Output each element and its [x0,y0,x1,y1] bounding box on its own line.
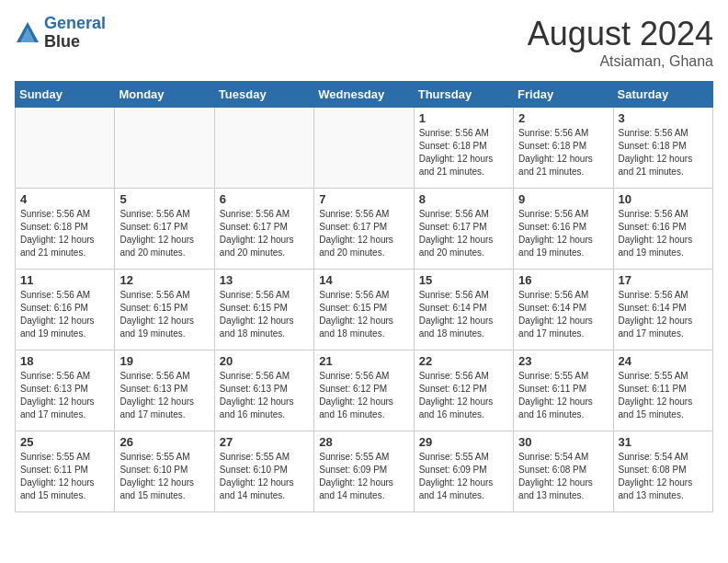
day-number: 8 [419,192,508,206]
day-info: Sunrise: 5:56 AM Sunset: 6:14 PM Dayligh… [419,289,508,340]
day-cell: 21Sunrise: 5:56 AM Sunset: 6:12 PM Dayli… [314,350,414,431]
day-cell: 9Sunrise: 5:56 AM Sunset: 6:16 PM Daylig… [514,189,613,270]
calendar-table: SundayMondayTuesdayWednesdayThursdayFrid… [15,81,713,512]
day-cell: 15Sunrise: 5:56 AM Sunset: 6:14 PM Dayli… [414,270,513,350]
day-info: Sunrise: 5:56 AM Sunset: 6:14 PM Dayligh… [619,289,708,340]
day-number: 22 [419,354,508,368]
day-cell: 2Sunrise: 5:56 AM Sunset: 6:18 PM Daylig… [514,108,613,189]
header-row: SundayMondayTuesdayWednesdayThursdayFrid… [16,82,713,108]
day-info: Sunrise: 5:56 AM Sunset: 6:17 PM Dayligh… [419,208,508,259]
day-cell: 28Sunrise: 5:55 AM Sunset: 6:09 PM Dayli… [314,431,414,512]
day-info: Sunrise: 5:56 AM Sunset: 6:14 PM Dayligh… [518,289,608,340]
day-number: 20 [220,354,309,368]
day-info: Sunrise: 5:56 AM Sunset: 6:13 PM Dayligh… [20,370,109,421]
day-cell: 24Sunrise: 5:55 AM Sunset: 6:11 PM Dayli… [613,350,712,431]
week-row-2: 4Sunrise: 5:56 AM Sunset: 6:18 PM Daylig… [16,189,713,270]
day-info: Sunrise: 5:56 AM Sunset: 6:13 PM Dayligh… [119,370,209,421]
day-cell: 19Sunrise: 5:56 AM Sunset: 6:13 PM Dayli… [115,350,214,431]
day-number: 4 [20,192,109,206]
day-number: 21 [319,354,408,368]
logo: General Blue [15,15,106,52]
day-cell: 27Sunrise: 5:55 AM Sunset: 6:10 PM Dayli… [214,431,313,512]
day-info: Sunrise: 5:54 AM Sunset: 6:08 PM Dayligh… [518,451,608,502]
day-info: Sunrise: 5:55 AM Sunset: 6:10 PM Dayligh… [119,451,209,502]
day-info: Sunrise: 5:56 AM Sunset: 6:16 PM Dayligh… [619,208,708,259]
day-number: 5 [119,192,209,206]
day-cell: 6Sunrise: 5:56 AM Sunset: 6:17 PM Daylig… [214,189,313,270]
day-info: Sunrise: 5:56 AM Sunset: 6:12 PM Dayligh… [319,370,408,421]
day-info: Sunrise: 5:56 AM Sunset: 6:18 PM Dayligh… [518,127,608,178]
day-number: 6 [220,192,309,206]
day-number: 24 [619,354,708,368]
day-number: 11 [20,273,109,287]
col-header-wednesday: Wednesday [314,82,414,108]
day-number: 12 [119,273,209,287]
day-number: 15 [419,273,508,287]
day-info: Sunrise: 5:56 AM Sunset: 6:17 PM Dayligh… [319,208,408,259]
day-number: 26 [119,435,209,449]
day-info: Sunrise: 5:56 AM Sunset: 6:13 PM Dayligh… [220,370,309,421]
day-cell: 22Sunrise: 5:56 AM Sunset: 6:12 PM Dayli… [414,350,513,431]
month-year: August 2024 [528,15,713,53]
day-number: 28 [319,435,408,449]
day-cell: 4Sunrise: 5:56 AM Sunset: 6:18 PM Daylig… [16,189,115,270]
day-number: 7 [319,192,408,206]
day-cell: 18Sunrise: 5:56 AM Sunset: 6:13 PM Dayli… [16,350,115,431]
day-info: Sunrise: 5:55 AM Sunset: 6:11 PM Dayligh… [518,370,608,421]
day-info: Sunrise: 5:55 AM Sunset: 6:09 PM Dayligh… [319,451,408,502]
day-cell: 26Sunrise: 5:55 AM Sunset: 6:10 PM Dayli… [115,431,214,512]
col-header-friday: Friday [514,82,613,108]
day-cell: 25Sunrise: 5:55 AM Sunset: 6:11 PM Dayli… [16,431,115,512]
logo-text: General Blue [44,15,106,52]
day-number: 18 [20,354,109,368]
day-cell: 5Sunrise: 5:56 AM Sunset: 6:17 PM Daylig… [115,189,214,270]
col-header-thursday: Thursday [414,82,513,108]
day-cell [115,108,214,189]
col-header-monday: Monday [115,82,214,108]
day-cell: 1Sunrise: 5:56 AM Sunset: 6:18 PM Daylig… [414,108,513,189]
day-number: 16 [518,273,608,287]
day-cell: 20Sunrise: 5:56 AM Sunset: 6:13 PM Dayli… [214,350,313,431]
day-cell: 30Sunrise: 5:54 AM Sunset: 6:08 PM Dayli… [514,431,613,512]
day-number: 9 [518,192,608,206]
week-row-1: 1Sunrise: 5:56 AM Sunset: 6:18 PM Daylig… [16,108,713,189]
col-header-tuesday: Tuesday [214,82,313,108]
day-number: 25 [20,435,109,449]
day-number: 19 [119,354,209,368]
day-info: Sunrise: 5:56 AM Sunset: 6:15 PM Dayligh… [319,289,408,340]
day-cell: 13Sunrise: 5:56 AM Sunset: 6:15 PM Dayli… [214,270,313,350]
day-cell: 14Sunrise: 5:56 AM Sunset: 6:15 PM Dayli… [314,270,414,350]
day-number: 29 [419,435,508,449]
day-number: 2 [518,111,608,125]
day-number: 31 [619,435,708,449]
day-number: 27 [220,435,309,449]
day-cell: 3Sunrise: 5:56 AM Sunset: 6:18 PM Daylig… [613,108,712,189]
day-info: Sunrise: 5:54 AM Sunset: 6:08 PM Dayligh… [619,451,708,502]
day-number: 14 [319,273,408,287]
day-cell: 17Sunrise: 5:56 AM Sunset: 6:14 PM Dayli… [613,270,712,350]
day-cell: 8Sunrise: 5:56 AM Sunset: 6:17 PM Daylig… [414,189,513,270]
day-info: Sunrise: 5:56 AM Sunset: 6:15 PM Dayligh… [119,289,209,340]
day-info: Sunrise: 5:55 AM Sunset: 6:10 PM Dayligh… [220,451,309,502]
day-cell: 10Sunrise: 5:56 AM Sunset: 6:16 PM Dayli… [613,189,712,270]
week-row-5: 25Sunrise: 5:55 AM Sunset: 6:11 PM Dayli… [16,431,713,512]
day-number: 13 [220,273,309,287]
day-cell [214,108,313,189]
week-row-4: 18Sunrise: 5:56 AM Sunset: 6:13 PM Dayli… [16,350,713,431]
day-cell: 31Sunrise: 5:54 AM Sunset: 6:08 PM Dayli… [613,431,712,512]
day-number: 3 [619,111,708,125]
day-info: Sunrise: 5:56 AM Sunset: 6:18 PM Dayligh… [619,127,708,178]
day-number: 23 [518,354,608,368]
day-cell: 7Sunrise: 5:56 AM Sunset: 6:17 PM Daylig… [314,189,414,270]
day-info: Sunrise: 5:55 AM Sunset: 6:09 PM Dayligh… [419,451,508,502]
day-cell: 12Sunrise: 5:56 AM Sunset: 6:15 PM Dayli… [115,270,214,350]
day-cell: 29Sunrise: 5:55 AM Sunset: 6:09 PM Dayli… [414,431,513,512]
day-info: Sunrise: 5:56 AM Sunset: 6:16 PM Dayligh… [518,208,608,259]
day-number: 1 [419,111,508,125]
day-info: Sunrise: 5:56 AM Sunset: 6:17 PM Dayligh… [119,208,209,259]
day-info: Sunrise: 5:55 AM Sunset: 6:11 PM Dayligh… [619,370,708,421]
day-number: 10 [619,192,708,206]
day-cell [314,108,414,189]
page-header: General Blue August 2024 Atsiaman, Ghana [15,15,713,70]
day-cell: 23Sunrise: 5:55 AM Sunset: 6:11 PM Dayli… [514,350,613,431]
